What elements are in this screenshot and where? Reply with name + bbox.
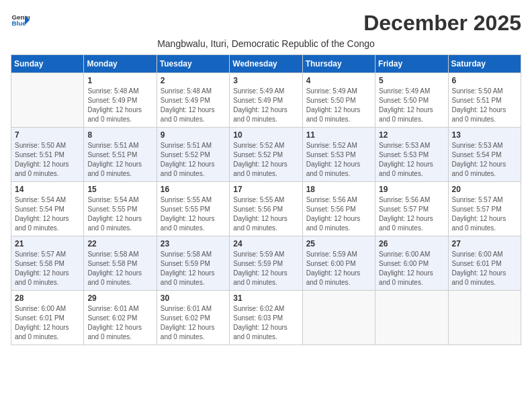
table-row: 24Sunrise: 5:59 AMSunset: 5:59 PMDayligh…	[230, 236, 302, 291]
day-number: 13	[452, 130, 517, 140]
table-row: 15Sunrise: 5:54 AMSunset: 5:55 PMDayligh…	[84, 182, 157, 236]
table-row: 16Sunrise: 5:55 AMSunset: 5:55 PMDayligh…	[157, 182, 229, 236]
day-info: Sunrise: 5:51 AMSunset: 5:52 PMDaylight:…	[161, 141, 226, 179]
day-number: 5	[379, 76, 444, 85]
day-number: 25	[306, 239, 371, 248]
header-friday: Friday	[375, 55, 448, 73]
logo: General Blue	[11, 11, 32, 30]
table-row: 25Sunrise: 5:59 AMSunset: 6:00 PMDayligh…	[302, 236, 375, 291]
day-info: Sunrise: 6:01 AMSunset: 6:02 PMDaylight:…	[87, 304, 152, 342]
table-row: 23Sunrise: 5:58 AMSunset: 5:59 PMDayligh…	[157, 236, 229, 291]
table-row: 14Sunrise: 5:54 AMSunset: 5:54 PMDayligh…	[11, 182, 84, 236]
header-sunday: Sunday	[11, 55, 84, 73]
day-info: Sunrise: 5:49 AMSunset: 5:50 PMDaylight:…	[306, 87, 371, 124]
table-row: 3Sunrise: 5:49 AMSunset: 5:49 PMDaylight…	[230, 73, 302, 128]
table-row: 5Sunrise: 5:49 AMSunset: 5:50 PMDaylight…	[375, 73, 448, 128]
day-number: 9	[161, 130, 226, 140]
day-number: 3	[233, 76, 298, 85]
day-info: Sunrise: 5:58 AMSunset: 5:58 PMDaylight:…	[87, 250, 152, 287]
day-info: Sunrise: 5:57 AMSunset: 5:57 PMDaylight:…	[452, 195, 517, 233]
day-number: 2	[161, 76, 226, 85]
table-row: 21Sunrise: 5:57 AMSunset: 5:58 PMDayligh…	[11, 236, 84, 291]
day-number: 8	[87, 130, 152, 140]
main-title: December 2025	[363, 11, 521, 36]
day-number: 21	[15, 239, 80, 248]
table-row	[11, 73, 84, 128]
day-info: Sunrise: 6:00 AMSunset: 6:01 PMDaylight:…	[452, 250, 517, 287]
day-number: 16	[161, 185, 226, 194]
day-number: 29	[87, 293, 152, 303]
day-number: 31	[233, 293, 298, 303]
day-info: Sunrise: 5:52 AMSunset: 5:52 PMDaylight:…	[233, 141, 298, 179]
day-number: 30	[161, 293, 226, 303]
day-info: Sunrise: 5:54 AMSunset: 5:54 PMDaylight:…	[15, 195, 80, 233]
day-number: 7	[15, 130, 80, 140]
day-number: 26	[379, 239, 444, 248]
day-number: 22	[87, 239, 152, 248]
table-row: 30Sunrise: 6:01 AMSunset: 6:02 PMDayligh…	[157, 291, 229, 345]
day-info: Sunrise: 5:48 AMSunset: 5:49 PMDaylight:…	[87, 87, 152, 124]
table-row: 31Sunrise: 6:02 AMSunset: 6:03 PMDayligh…	[230, 291, 302, 345]
table-row: 1Sunrise: 5:48 AMSunset: 5:49 PMDaylight…	[84, 73, 157, 128]
day-info: Sunrise: 5:55 AMSunset: 5:56 PMDaylight:…	[233, 195, 298, 233]
day-number: 10	[233, 130, 298, 140]
day-info: Sunrise: 5:55 AMSunset: 5:55 PMDaylight:…	[161, 195, 226, 233]
day-info: Sunrise: 5:51 AMSunset: 5:51 PMDaylight:…	[87, 141, 152, 179]
calendar-week-row: 1Sunrise: 5:48 AMSunset: 5:49 PMDaylight…	[11, 73, 521, 128]
header-saturday: Saturday	[448, 55, 521, 73]
day-info: Sunrise: 6:00 AMSunset: 6:01 PMDaylight:…	[15, 304, 80, 342]
table-row: 17Sunrise: 5:55 AMSunset: 5:56 PMDayligh…	[230, 182, 302, 236]
day-info: Sunrise: 5:48 AMSunset: 5:49 PMDaylight:…	[161, 87, 226, 124]
header-monday: Monday	[84, 55, 157, 73]
table-row: 29Sunrise: 6:01 AMSunset: 6:02 PMDayligh…	[84, 291, 157, 345]
table-row: 10Sunrise: 5:52 AMSunset: 5:52 PMDayligh…	[230, 128, 302, 182]
calendar-week-row: 7Sunrise: 5:50 AMSunset: 5:51 PMDaylight…	[11, 128, 521, 182]
day-info: Sunrise: 5:49 AMSunset: 5:50 PMDaylight:…	[379, 87, 444, 124]
day-number: 15	[87, 185, 152, 194]
table-row: 4Sunrise: 5:49 AMSunset: 5:50 PMDaylight…	[302, 73, 375, 128]
day-info: Sunrise: 6:01 AMSunset: 6:02 PMDaylight:…	[161, 304, 226, 342]
day-number: 1	[87, 76, 152, 85]
day-number: 4	[306, 76, 371, 85]
day-info: Sunrise: 5:56 AMSunset: 5:57 PMDaylight:…	[379, 195, 444, 233]
day-number: 23	[161, 239, 226, 248]
table-row: 20Sunrise: 5:57 AMSunset: 5:57 PMDayligh…	[448, 182, 521, 236]
day-number: 19	[379, 185, 444, 194]
calendar-week-row: 14Sunrise: 5:54 AMSunset: 5:54 PMDayligh…	[11, 182, 521, 236]
day-info: Sunrise: 6:02 AMSunset: 6:03 PMDaylight:…	[233, 304, 298, 342]
calendar-week-row: 21Sunrise: 5:57 AMSunset: 5:58 PMDayligh…	[11, 236, 521, 291]
table-row: 12Sunrise: 5:53 AMSunset: 5:53 PMDayligh…	[375, 128, 448, 182]
calendar-table: Sunday Monday Tuesday Wednesday Thursday…	[11, 54, 521, 345]
day-info: Sunrise: 5:50 AMSunset: 5:51 PMDaylight:…	[15, 141, 80, 179]
table-row: 28Sunrise: 6:00 AMSunset: 6:01 PMDayligh…	[11, 291, 84, 345]
table-row: 7Sunrise: 5:50 AMSunset: 5:51 PMDaylight…	[11, 128, 84, 182]
day-info: Sunrise: 5:56 AMSunset: 5:56 PMDaylight:…	[306, 195, 371, 233]
calendar-header-row: Sunday Monday Tuesday Wednesday Thursday…	[11, 55, 521, 73]
general-blue-icon: General Blue	[11, 11, 30, 30]
day-info: Sunrise: 5:53 AMSunset: 5:54 PMDaylight:…	[452, 141, 517, 179]
day-info: Sunrise: 5:58 AMSunset: 5:59 PMDaylight:…	[161, 250, 226, 287]
day-number: 6	[452, 76, 517, 85]
day-info: Sunrise: 5:53 AMSunset: 5:53 PMDaylight:…	[379, 141, 444, 179]
table-row: 8Sunrise: 5:51 AMSunset: 5:51 PMDaylight…	[84, 128, 157, 182]
table-row: 6Sunrise: 5:50 AMSunset: 5:51 PMDaylight…	[448, 73, 521, 128]
table-row	[302, 291, 375, 345]
day-number: 24	[233, 239, 298, 248]
day-number: 11	[306, 130, 371, 140]
day-info: Sunrise: 5:59 AMSunset: 6:00 PMDaylight:…	[306, 250, 371, 287]
page-title-section: December 2025	[363, 11, 521, 36]
day-info: Sunrise: 5:57 AMSunset: 5:58 PMDaylight:…	[15, 250, 80, 287]
day-number: 20	[452, 185, 517, 194]
table-row	[448, 291, 521, 345]
table-row: 11Sunrise: 5:52 AMSunset: 5:53 PMDayligh…	[302, 128, 375, 182]
table-row: 13Sunrise: 5:53 AMSunset: 5:54 PMDayligh…	[448, 128, 521, 182]
day-info: Sunrise: 5:52 AMSunset: 5:53 PMDaylight:…	[306, 141, 371, 179]
day-number: 27	[452, 239, 517, 248]
table-row: 22Sunrise: 5:58 AMSunset: 5:58 PMDayligh…	[84, 236, 157, 291]
day-info: Sunrise: 5:54 AMSunset: 5:55 PMDaylight:…	[87, 195, 152, 233]
day-number: 28	[15, 293, 80, 303]
calendar-week-row: 28Sunrise: 6:00 AMSunset: 6:01 PMDayligh…	[11, 291, 521, 345]
table-row: 18Sunrise: 5:56 AMSunset: 5:56 PMDayligh…	[302, 182, 375, 236]
header-thursday: Thursday	[302, 55, 375, 73]
day-info: Sunrise: 5:49 AMSunset: 5:49 PMDaylight:…	[233, 87, 298, 124]
